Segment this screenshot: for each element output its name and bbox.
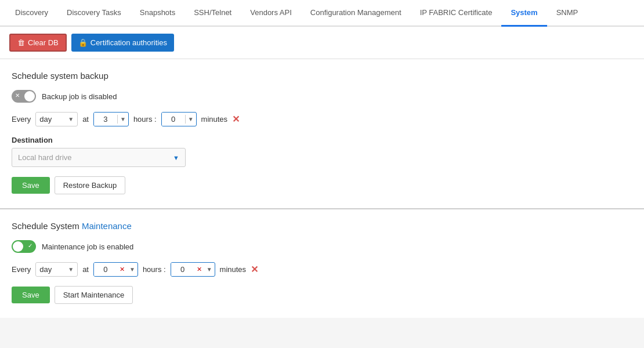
nav-ssh-telnet[interactable]: SSH/Telnet [184, 0, 241, 27]
backup-day-chevron: ▼ [64, 116, 77, 122]
backup-toggle[interactable]: ✕ [12, 90, 36, 103]
maintenance-toggle-label: Maintenance job is enabled [42, 242, 133, 251]
backup-save-button[interactable]: Save [12, 177, 50, 194]
backup-hours-colon: hours : [133, 115, 157, 124]
maintenance-minutes-input-wrapper[interactable]: ✕ ▼ [171, 262, 215, 277]
backup-minutes-input[interactable] [162, 113, 185, 126]
maintenance-day-chevron: ▼ [64, 266, 77, 273]
nav-vendors-api[interactable]: Vendors API [241, 0, 301, 27]
maintenance-hours-chevron: ▼ [127, 265, 138, 274]
maintenance-hours-x[interactable]: ✕ [117, 266, 127, 273]
backup-btn-row: Save Restore Backup [12, 176, 632, 194]
backup-toggle-knob [24, 91, 35, 102]
restore-backup-button[interactable]: Restore Backup [55, 176, 126, 194]
maintenance-minutes-input[interactable] [171, 263, 194, 276]
start-maintenance-button[interactable]: Start Maintenance [55, 286, 133, 304]
cert-authorities-button[interactable]: 🔒 Certification authorities [71, 34, 174, 52]
nav-system[interactable]: System [501, 0, 547, 27]
destination-chevron: ▼ [173, 154, 179, 161]
maintenance-toggle-knob [13, 241, 23, 252]
maintenance-toggle[interactable]: ✓ [12, 240, 36, 253]
maintenance-toggle-row: ✓ Maintenance job is enabled [12, 240, 632, 253]
toggle-x-icon: ✕ [15, 92, 20, 99]
nav-snapshots[interactable]: Snapshots [131, 0, 184, 27]
nav-snmp[interactable]: SNMP [547, 0, 588, 27]
toolbar: 🗑 Clear DB 🔒 Certification authorities [0, 27, 644, 59]
backup-minutes-chevron: ▼ [186, 115, 196, 124]
trash-icon: 🗑 [17, 38, 25, 47]
toggle-check-icon: ✓ [28, 242, 32, 249]
maintenance-section: Schedule System Maintenance ✓ Maintenanc… [0, 209, 644, 318]
nav-discovery[interactable]: Discovery [6, 0, 57, 27]
maintenance-at-label: at [82, 265, 89, 274]
maintenance-remove-button[interactable]: ✕ [251, 264, 258, 275]
backup-hours-controls: ▼ [117, 115, 128, 124]
maintenance-minutes-label: minutes [220, 265, 247, 274]
maintenance-hours-colon: hours : [143, 265, 166, 274]
cert-icon: 🔒 [78, 38, 88, 47]
backup-section-title: Schedule system backup [12, 71, 632, 81]
backup-minutes-label: minutes [201, 115, 228, 124]
backup-schedule-row: Every day week month ▼ at ▼ hours : ▼ mi… [12, 112, 632, 126]
maintenance-section-title: Schedule System Maintenance [12, 221, 632, 231]
nav-config-mgmt[interactable]: Configuration Management [301, 0, 411, 27]
backup-minutes-input-wrapper[interactable]: ▼ [161, 112, 197, 126]
maintenance-every-label: Every [12, 265, 31, 274]
destination-select[interactable]: Local hard drive ▼ [12, 148, 186, 167]
backup-at-label: at [82, 115, 89, 124]
maintenance-hours-input[interactable] [94, 263, 117, 276]
maintenance-minutes-x[interactable]: ✕ [194, 266, 204, 273]
backup-every-label: Every [12, 115, 31, 124]
maintenance-btn-row: Save Start Maintenance [12, 286, 632, 304]
backup-hours-input-wrapper[interactable]: ▼ [93, 112, 129, 126]
backup-toggle-label: Backup job is disabled [42, 92, 117, 101]
backup-day-select-wrapper[interactable]: day week month ▼ [35, 112, 78, 126]
backup-day-select[interactable]: day week month [36, 113, 64, 126]
maintenance-day-select[interactable]: day week month [36, 263, 64, 276]
nav-ip-fabric[interactable]: IP FABRIC Certificate [411, 0, 502, 27]
backup-remove-button[interactable]: ✕ [232, 114, 240, 125]
backup-hours-input[interactable] [94, 113, 117, 126]
destination-placeholder: Local hard drive [18, 153, 72, 162]
backup-toggle-row: ✕ Backup job is disabled [12, 90, 632, 103]
maintenance-day-select-wrapper[interactable]: day week month ▼ [35, 262, 78, 277]
maintenance-minutes-chevron: ▼ [204, 265, 215, 274]
nav-bar: Discovery Discovery Tasks Snapshots SSH/… [0, 0, 644, 27]
clear-db-button[interactable]: 🗑 Clear DB [9, 34, 67, 52]
maintenance-hours-input-wrapper[interactable]: ✕ ▼ [93, 262, 138, 277]
backup-hours-chevron: ▼ [118, 115, 128, 124]
backup-minutes-controls: ▼ [185, 115, 196, 124]
backup-section: Schedule system backup ✕ Backup job is d… [0, 59, 644, 209]
maintenance-schedule-row: Every day week month ▼ at ✕ ▼ hours : ✕ … [12, 262, 632, 277]
maintenance-save-button[interactable]: Save [12, 287, 50, 303]
nav-discovery-tasks[interactable]: Discovery Tasks [57, 0, 131, 27]
destination-label: Destination [12, 136, 632, 144]
